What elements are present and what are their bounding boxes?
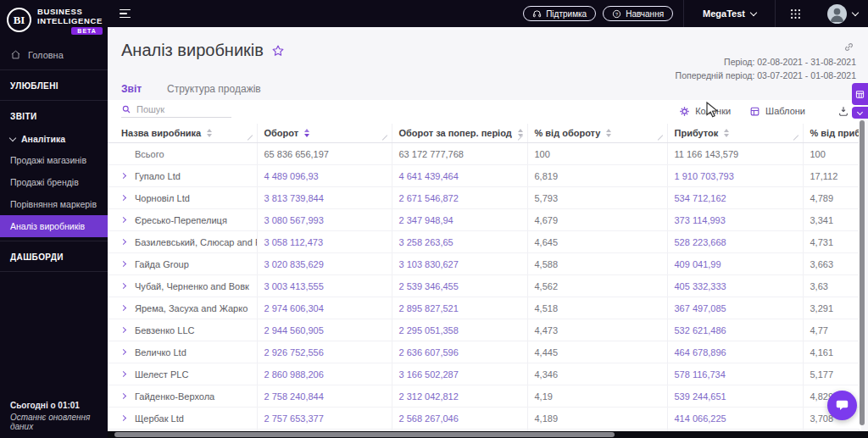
table-row[interactable]: Шелест PLC 2 860 988,206 3 166 502,287 4…: [108, 363, 859, 385]
turnover-value[interactable]: 4 489 096,93: [257, 165, 392, 187]
profit-value[interactable]: 1 910 703,793: [667, 165, 803, 187]
profit-value[interactable]: 534 712,162: [667, 187, 803, 209]
sidebar-section-favorites[interactable]: УЛЮБЛЕНІ: [0, 74, 108, 97]
turnover-value[interactable]: 2 757 653,377: [257, 408, 392, 430]
chat-button[interactable]: [827, 391, 857, 420]
prev-turnover-value[interactable]: 2 895 827,521: [392, 297, 527, 319]
profit-value[interactable]: 578 116,734: [667, 363, 803, 385]
table-row[interactable]: Гупало Ltd 4 489 096,93 4 641 439,464 6,…: [108, 165, 859, 187]
sidebar-group-analytics[interactable]: Аналітика: [0, 127, 108, 149]
expand-row-icon[interactable]: [120, 371, 126, 377]
panel-collapse-button[interactable]: [852, 107, 868, 119]
prev-turnover-value[interactable]: 2 539 346,455: [392, 275, 527, 297]
turnover-value[interactable]: 2 974 606,304: [257, 297, 392, 319]
table-row[interactable]: Величко Ltd 2 926 752,556 2 636 607,596 …: [108, 341, 859, 363]
templates-button[interactable]: Шаблони: [749, 106, 805, 117]
table-row[interactable]: Гайденко-Верхола 2 758 240,844 2 312 042…: [108, 385, 859, 408]
table-row[interactable]: Гайда Group 3 020 835,629 3 103 830,627 …: [108, 253, 859, 275]
turnover-value[interactable]: 2 758 240,844: [257, 385, 392, 408]
favorite-star-icon[interactable]: [271, 44, 285, 58]
sidebar-item-brand-sales[interactable]: Продажі брендів: [0, 171, 108, 193]
sort-icon[interactable]: [724, 129, 729, 137]
prev-turnover-value[interactable]: 4 641 439,464: [392, 165, 527, 187]
sort-icon-active[interactable]: [304, 129, 309, 137]
profit-value[interactable]: 367 497,085: [667, 297, 803, 319]
sort-icon[interactable]: [207, 129, 212, 137]
expand-row-icon[interactable]: [120, 239, 126, 245]
expand-row-icon[interactable]: [120, 217, 126, 223]
prev-turnover-value[interactable]: 2 671 546,872: [392, 187, 527, 209]
turnover-value[interactable]: 3 813 739,844: [257, 187, 392, 209]
profit-value[interactable]: 414 066,225: [667, 408, 803, 430]
sidebar-item-store-sales[interactable]: Продажі магазинів: [0, 149, 108, 171]
expand-row-icon[interactable]: [120, 283, 126, 289]
expand-row-icon[interactable]: [120, 305, 126, 311]
col-header-manufacturer[interactable]: Назва виробника: [108, 124, 257, 143]
data-update-status: Сьогодні о 01:01 Останнє оновлення даних: [10, 401, 108, 431]
prev-turnover-value[interactable]: 2 636 607,596: [392, 341, 527, 363]
app-logo[interactable]: BI BUSINESS INTELLIGENCE BETA: [0, 0, 108, 43]
turnover-value[interactable]: 2 944 560,905: [257, 319, 392, 341]
col-header-turnover[interactable]: Оборот: [257, 124, 392, 143]
profit-value[interactable]: 373 114,993: [667, 209, 803, 231]
export-button[interactable]: [837, 105, 849, 117]
profit-value[interactable]: 409 041,99: [667, 253, 803, 275]
col-header-prev-turnover[interactable]: Оборот за попер. період: [392, 124, 527, 143]
horizontal-scrollbar-thumb[interactable]: [114, 432, 615, 437]
table-settings-button[interactable]: [852, 83, 868, 105]
prev-turnover-value[interactable]: 2 312 042,812: [392, 385, 527, 408]
menu-toggle-button[interactable]: [120, 9, 131, 19]
prev-turnover-value[interactable]: 2 295 051,358: [392, 319, 527, 341]
table-row[interactable]: Щербак Ltd 2 757 653,377 2 568 267,046 4…: [108, 408, 859, 430]
turnover-value[interactable]: 2 860 988,206: [257, 363, 392, 385]
table-row[interactable]: Бевзенко LLC 2 944 560,905 2 295 051,358…: [108, 319, 859, 341]
apps-grid-button[interactable]: [776, 0, 815, 27]
sidebar-item-marker-comparison[interactable]: Порівняння маркерів: [0, 193, 108, 215]
turnover-value[interactable]: 3 003 413,555: [257, 275, 392, 297]
vertical-scrollbar[interactable]: [860, 120, 865, 425]
prev-turnover-value[interactable]: 3 166 502,287: [392, 363, 527, 385]
sidebar-section-dashboards[interactable]: ДАШБОРДИ: [0, 245, 108, 268]
expand-row-icon[interactable]: [120, 195, 126, 201]
turnover-value[interactable]: 3 080 567,993: [257, 209, 392, 231]
col-header-profit-pct[interactable]: % від прибутку: [803, 124, 859, 143]
share-link-button[interactable]: [843, 41, 854, 56]
table-row[interactable]: Базилевський, Слюсар and Романенко 3 058…: [108, 231, 859, 253]
profit-value[interactable]: 528 223,668: [667, 231, 803, 253]
table-row[interactable]: Єресько-Перепелиця 3 080 567,993 2 347 9…: [108, 209, 859, 231]
expand-row-icon[interactable]: [120, 393, 126, 399]
expand-row-icon[interactable]: [120, 173, 126, 179]
period-info: Період: 02-08-2021 - 31-08-2021 Попередн…: [676, 55, 856, 82]
expand-row-icon[interactable]: [120, 415, 126, 421]
profit-value[interactable]: 532 621,486: [667, 319, 803, 341]
profit-value[interactable]: 405 332,333: [667, 275, 803, 297]
expand-row-icon[interactable]: [120, 349, 126, 355]
sidebar-item-home[interactable]: Головна: [0, 43, 108, 66]
turnover-value[interactable]: 3 020 835,629: [257, 253, 392, 275]
sidebar-divider: [0, 271, 108, 272]
table-row[interactable]: Чубай, Черненко and Вовк 3 003 413,555 2…: [108, 275, 859, 297]
search-input[interactable]: [136, 104, 225, 114]
columns-button[interactable]: Колонки: [679, 106, 731, 117]
turnover-value[interactable]: 2 926 752,556: [257, 341, 392, 363]
training-button[interactable]: ? Навчання: [603, 6, 673, 21]
table-row[interactable]: Чорновіл Ltd 3 813 739,844 2 671 546,872…: [108, 187, 859, 209]
profit-value[interactable]: 464 678,896: [667, 341, 803, 363]
profit-value[interactable]: 539 244,651: [667, 385, 803, 408]
expand-row-icon[interactable]: [120, 327, 126, 333]
user-menu[interactable]: [815, 0, 868, 27]
col-header-profit[interactable]: Прибуток: [667, 124, 803, 143]
sidebar-item-manufacturer-analysis[interactable]: Аналіз виробників: [0, 215, 108, 237]
prev-turnover-value[interactable]: 3 258 263,65: [392, 231, 527, 253]
prev-turnover-value[interactable]: 2 347 948,94: [392, 209, 527, 231]
workspace-selector[interactable]: MegaTest: [684, 0, 775, 27]
sidebar-section-reports[interactable]: ЗВІТИ: [0, 104, 108, 127]
col-header-turnover-pct[interactable]: % від обороту: [527, 124, 667, 143]
support-button[interactable]: Підтримка: [523, 6, 596, 21]
turnover-value[interactable]: 3 058 112,473: [257, 231, 392, 253]
prev-turnover-value[interactable]: 3 103 830,627: [392, 253, 527, 275]
expand-row-icon[interactable]: [120, 261, 126, 267]
sort-icon[interactable]: [606, 129, 611, 137]
table-row[interactable]: Ярема, Засуха and Жарко 2 974 606,304 2 …: [108, 297, 859, 319]
prev-turnover-value[interactable]: 2 568 267,046: [392, 408, 527, 430]
